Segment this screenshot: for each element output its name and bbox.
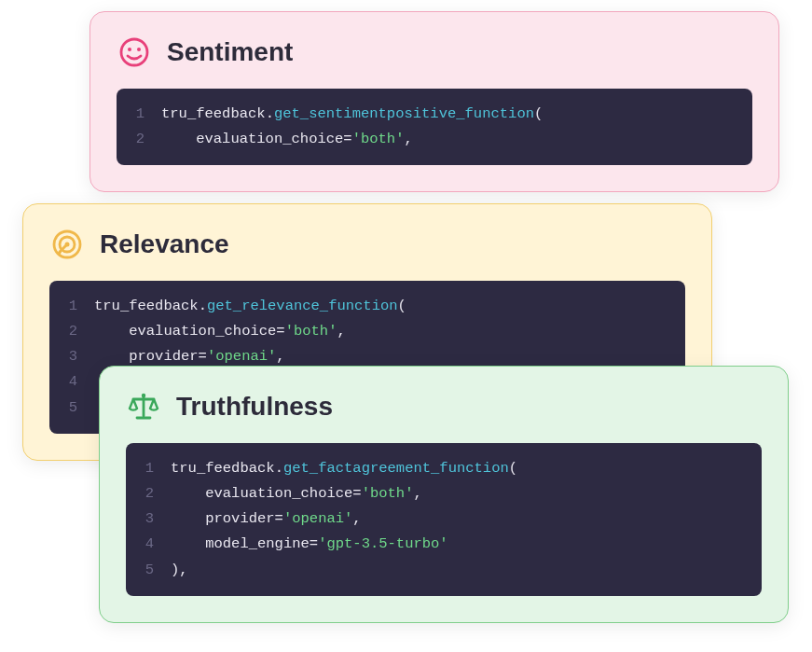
smiley-icon bbox=[117, 35, 152, 70]
line-number: 1 bbox=[49, 294, 94, 319]
code-line: 1tru_feedback.get_factagreement_function… bbox=[126, 456, 762, 481]
line-content: tru_feedback.get_sentimentpositive_funct… bbox=[161, 102, 752, 127]
sentiment-code-block: 1tru_feedback.get_sentimentpositive_func… bbox=[117, 89, 752, 165]
code-line: 2 evaluation_choice='both', bbox=[49, 319, 685, 344]
code-line: 1tru_feedback.get_relevance_function( bbox=[49, 294, 685, 319]
line-number: 5 bbox=[49, 395, 94, 421]
svg-point-9 bbox=[142, 394, 145, 397]
code-line: 5), bbox=[126, 558, 762, 583]
relevance-title: Relevance bbox=[100, 229, 229, 259]
code-line: 1tru_feedback.get_sentimentpositive_func… bbox=[117, 102, 752, 127]
code-line: 2 evaluation_choice='both', bbox=[126, 481, 762, 506]
truthfulness-title: Truthfulness bbox=[176, 392, 333, 422]
line-number: 3 bbox=[126, 506, 171, 532]
line-number: 3 bbox=[49, 344, 94, 369]
line-content: tru_feedback.get_relevance_function( bbox=[94, 294, 685, 319]
line-content: ), bbox=[171, 558, 762, 583]
line-content: model_engine='gpt-3.5-turbo' bbox=[171, 532, 762, 557]
line-number: 4 bbox=[126, 532, 171, 557]
line-number: 1 bbox=[117, 102, 161, 127]
line-number: 1 bbox=[126, 456, 171, 481]
svg-point-0 bbox=[121, 39, 147, 65]
sentiment-header: Sentiment bbox=[117, 35, 752, 70]
truthfulness-header: Truthfulness bbox=[126, 389, 762, 424]
scales-icon bbox=[126, 389, 161, 424]
sentiment-card: Sentiment 1tru_feedback.get_sentimentpos… bbox=[89, 11, 779, 192]
svg-point-1 bbox=[128, 48, 131, 51]
line-content: evaluation_choice='both', bbox=[171, 481, 762, 506]
line-number: 4 bbox=[49, 369, 94, 395]
relevance-header: Relevance bbox=[49, 227, 685, 262]
line-number: 5 bbox=[126, 558, 171, 583]
line-content: evaluation_choice='both', bbox=[94, 319, 685, 344]
truthfulness-card: Truthfulness 1tru_feedback.get_factagree… bbox=[99, 366, 789, 623]
code-line: 2 evaluation_choice='both', bbox=[117, 127, 752, 152]
target-icon bbox=[49, 227, 85, 262]
sentiment-title: Sentiment bbox=[167, 37, 293, 67]
line-number: 2 bbox=[126, 481, 171, 506]
line-content: tru_feedback.get_factagreement_function( bbox=[171, 456, 762, 481]
line-content: evaluation_choice='both', bbox=[161, 127, 752, 152]
svg-point-2 bbox=[137, 48, 141, 51]
truthfulness-code-block: 1tru_feedback.get_factagreement_function… bbox=[126, 443, 762, 596]
code-line: 3 provider='openai', bbox=[126, 506, 762, 532]
line-number: 2 bbox=[117, 127, 161, 152]
line-content: provider='openai', bbox=[171, 506, 762, 532]
code-line: 4 model_engine='gpt-3.5-turbo' bbox=[126, 532, 762, 557]
line-number: 2 bbox=[49, 319, 94, 344]
